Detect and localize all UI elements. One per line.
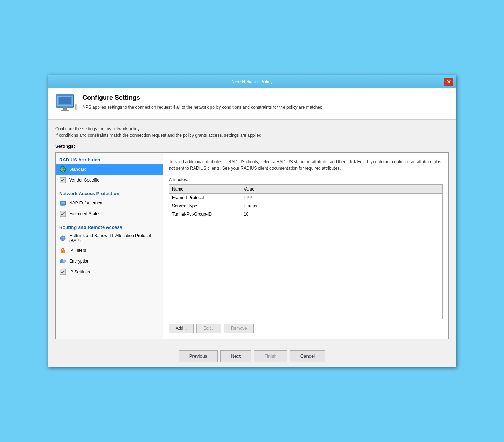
encryption-icon: [59, 258, 66, 265]
header-description: NPS applies settings to the connection r…: [82, 104, 324, 110]
dialog-title: New Network Policy: [60, 79, 444, 84]
title-bar: New Network Policy ✕: [48, 75, 456, 88]
svg-rect-17: [61, 202, 65, 204]
svg-rect-19: [61, 206, 64, 206]
nav-label-vendor-specific: Vendor Specific: [69, 178, 99, 183]
col-header-name: Name: [169, 185, 241, 193]
header-text: Configure Settings NPS applies settings …: [82, 94, 324, 110]
nav-item-nap-enforcement[interactable]: NAP Enforcement: [56, 198, 163, 208]
nav-item-ip-filters[interactable]: IP Filters: [56, 245, 163, 256]
nav-label-nap-enforcement: NAP Enforcement: [69, 201, 104, 206]
multilink-icon: [59, 235, 66, 242]
header-section: Configure Settings NPS applies settings …: [48, 88, 456, 120]
nav-item-standard[interactable]: Standard: [56, 164, 163, 175]
attributes-table: Name Value Framed-Protocol PPP Service-T…: [169, 184, 443, 319]
ip-settings-icon: [59, 268, 66, 276]
header-title: Configure Settings: [82, 94, 324, 102]
col-header-value: Value: [241, 185, 442, 193]
right-description: To send additional attributes to RADIUS …: [169, 159, 443, 171]
attributes-label: Attributes:: [169, 177, 443, 182]
close-button[interactable]: ✕: [444, 78, 453, 86]
body-section: Configure the settings for this network …: [48, 120, 456, 345]
footer: Previous Next Finish Cancel: [48, 345, 456, 367]
left-panel: RADIUS Attributes Standard: [56, 153, 163, 339]
nav-label-ip-filters: IP Filters: [69, 248, 86, 253]
vendor-specific-icon: [59, 177, 66, 184]
nav-item-encryption[interactable]: Encryption: [56, 256, 163, 267]
table-row[interactable]: Tunnel-Pvt-Group-ID 10: [169, 210, 442, 218]
nav-label-extended-state: Extended State: [69, 211, 99, 216]
extended-state-icon: [59, 210, 66, 217]
lock-icon: [59, 247, 66, 254]
nav-label-multilink: Multilink and Bandwidth Allocation Proto…: [69, 233, 159, 243]
svg-rect-9: [76, 110, 77, 111]
nav-item-ip-settings[interactable]: IP Settings: [56, 267, 163, 277]
nav-label-encryption: Encryption: [69, 259, 90, 264]
section-routing: Routing and Remote Access: [56, 222, 163, 231]
divider-1: [56, 187, 163, 187]
nav-item-multilink[interactable]: Multilink and Bandwidth Allocation Proto…: [56, 231, 163, 245]
edit-button[interactable]: Edit...: [196, 324, 221, 333]
svg-point-31: [61, 260, 62, 262]
row-value-framed-protocol: PPP: [241, 194, 442, 202]
next-button[interactable]: Next: [220, 350, 251, 362]
svg-rect-3: [63, 107, 67, 110]
add-button[interactable]: Add...: [169, 324, 194, 333]
table-header: Name Value: [169, 185, 442, 194]
finish-button[interactable]: Finish: [254, 350, 287, 362]
nav-item-extended-state[interactable]: Extended State: [56, 208, 163, 219]
cancel-button[interactable]: Cancel: [290, 350, 325, 362]
body-description: Configure the settings for this network …: [55, 126, 449, 138]
row-name-framed-protocol: Framed-Protocol: [169, 194, 241, 202]
settings-container: RADIUS Attributes Standard: [55, 152, 449, 339]
section-radius-attributes: RADIUS Attributes: [56, 155, 163, 164]
nav-label-ip-settings: IP Settings: [69, 269, 90, 274]
table-row[interactable]: Framed-Protocol PPP: [169, 194, 442, 202]
nav-label-standard: Standard: [69, 167, 87, 172]
row-name-tunnel-pvt: Tunnel-Pvt-Group-ID: [169, 210, 241, 218]
settings-label: Settings:: [55, 144, 449, 149]
nav-item-vendor-specific[interactable]: Vendor Specific: [56, 175, 163, 185]
row-value-tunnel-pvt: 10: [241, 210, 442, 218]
svg-rect-4: [61, 110, 69, 111]
svg-rect-18: [62, 205, 63, 206]
nap-enforcement-icon: [59, 199, 66, 207]
remove-button[interactable]: Remove: [224, 324, 254, 333]
svg-rect-7: [76, 105, 77, 109]
dialog-window: New Network Policy ✕ Configure Settings …: [48, 75, 456, 367]
svg-point-27: [62, 251, 63, 252]
previous-button[interactable]: Previous: [179, 350, 218, 362]
right-panel: To send additional attributes to RADIUS …: [163, 153, 448, 339]
table-row[interactable]: Service-Type Framed: [169, 202, 442, 210]
monitor-icon: [55, 94, 77, 114]
divider-2: [56, 221, 163, 221]
action-buttons: Add... Edit... Remove: [169, 324, 443, 333]
section-nap: Network Access Protection: [56, 189, 163, 198]
svg-point-21: [60, 211, 61, 212]
globe-icon: [59, 166, 66, 173]
row-name-service-type: Service-Type: [169, 202, 241, 210]
row-value-service-type: Framed: [241, 202, 442, 210]
svg-rect-5: [59, 97, 71, 104]
